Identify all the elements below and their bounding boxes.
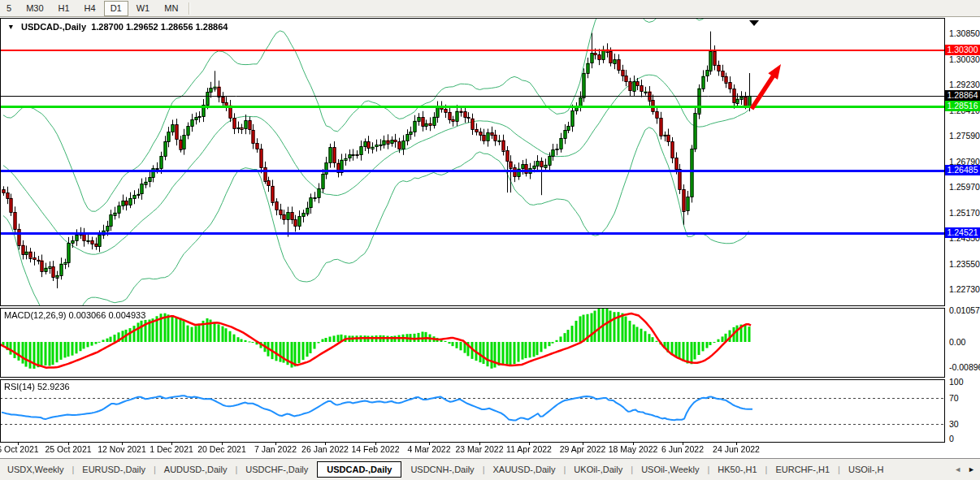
date-label: 6 Oct 2021 [0, 444, 39, 454]
date-label: 20 Dec 2021 [197, 444, 246, 454]
timeframe-button-h4[interactable]: H4 [78, 1, 102, 16]
tab-usdcnh-daily[interactable]: USDCNH-,Daily [403, 461, 481, 478]
date-label: 29 Apr 2022 [560, 444, 606, 454]
mt4-window: { "toolbar": { "timeframes": [ {"label":… [0, 0, 980, 480]
tab-usdx-weekly[interactable]: USDX,Weekly [0, 461, 71, 478]
tab-usdchf-daily[interactable]: USDCHF-,Daily [238, 461, 315, 478]
chart-canvas[interactable] [0, 0, 980, 480]
rsi-tick-label: 30 [949, 419, 959, 429]
price-tick-label: 1.27590 [949, 131, 980, 141]
date-label: 23 Mar 2022 [456, 444, 504, 454]
date-label: 18 May 2022 [609, 444, 658, 454]
rsi-tick-label: 0 [949, 434, 954, 443]
price-tick-label: 1.29230 [949, 80, 980, 89]
date-label: 26 Jan 2022 [301, 444, 349, 454]
price-tick-label: 1.25170 [949, 208, 980, 218]
macd-tick-label: -0.00896 [949, 362, 980, 372]
chart-symbol-label: USDCAD-,Daily [21, 22, 86, 32]
tab-audusd-daily[interactable]: AUDUSD-,Daily [157, 461, 235, 478]
tab-usoil-weekly[interactable]: USOil-,Weekly [634, 461, 706, 478]
timeframe-button-m30[interactable]: M30 [20, 1, 50, 16]
date-label: 24 Jun 2022 [713, 444, 760, 454]
chart-title: ▼ USDCAD-,Daily 1.28700 1.29652 1.28656 … [7, 22, 228, 32]
timeframe-button-w1[interactable]: W1 [130, 1, 157, 16]
timeframe-button-5[interactable]: 5 [0, 1, 18, 16]
tab-scroll-left-icon[interactable]: ◄ [954, 465, 961, 474]
price-level-badge: 1.24521 [945, 227, 980, 238]
tab-hk50-h1[interactable]: HK50-,H1 [710, 461, 764, 478]
price-level-badge: 1.28864 [945, 90, 980, 101]
price-tick-label: 1.23550 [949, 259, 980, 269]
rsi-tick-label: 70 [949, 393, 959, 403]
chart-ohlc-values: 1.28700 1.29652 1.28656 1.28864 [91, 22, 228, 32]
rsi-indicator-label: RSI(14) 52.9236 [4, 382, 70, 391]
price-tick-label: 1.25970 [949, 182, 980, 192]
price-axis[interactable]: 1.308501.300301.292301.284101.275901.267… [945, 17, 980, 458]
date-label: 14 Feb 2022 [352, 444, 400, 454]
tab-xauusd-daily[interactable]: XAUUSD-,Daily [485, 461, 562, 478]
price-level-badge: 1.28516 [945, 101, 980, 111]
tab-scroll-controls: ◄► [951, 459, 978, 480]
tab-ukoil-daily[interactable]: UKOil-,Daily [566, 461, 630, 478]
macd-indicator-label: MACD(12,26,9) 0.003066 0.004933 [4, 310, 145, 320]
symbol-tabbar: USDX,Weekly|EURUSD-,Daily|AUDUSD-,Daily|… [0, 458, 980, 480]
symbol-dropdown-icon[interactable]: ▼ [7, 23, 15, 31]
price-level-badge: 1.30300 [945, 45, 980, 55]
timeframe-button-mn[interactable]: MN [158, 1, 184, 16]
tab-usdcad-daily[interactable]: USDCAD-,Daily [317, 461, 401, 478]
macd-tick-label: 0.010578 [949, 305, 980, 315]
tab-scroll-right-icon[interactable]: ► [968, 465, 975, 474]
tab-usoil-h[interactable]: USOil-,H [841, 461, 891, 478]
date-label: 1 Dec 2021 [150, 444, 193, 454]
timeframe-button-h1[interactable]: H1 [52, 1, 76, 16]
timeframe-button-d1[interactable]: D1 [104, 1, 128, 16]
price-tick-label: 1.30030 [949, 54, 980, 64]
price-tick-label: 1.30850 [949, 28, 980, 38]
date-label: 11 Apr 2022 [506, 444, 552, 454]
timeframe-toolbar: 5M30H1H4D1W1MN [0, 0, 980, 17]
macd-tick-label: 0.00 [949, 337, 965, 347]
date-label: 4 Mar 2022 [407, 444, 450, 454]
tab-eurusd-daily[interactable]: EURUSD-,Daily [75, 461, 153, 478]
tab-eurchf-h1[interactable]: EURCHF-,H1 [768, 461, 837, 478]
toolbar-separator [189, 2, 190, 15]
price-tick-label: 1.22730 [949, 284, 980, 294]
rsi-tick-label: 100 [949, 377, 964, 387]
date-label: 12 Nov 2021 [98, 444, 146, 454]
date-label: 7 Jan 2022 [254, 444, 297, 454]
date-label: 25 Oct 2021 [45, 444, 91, 454]
price-level-badge: 1.26485 [945, 165, 980, 175]
date-label: 6 Jun 2022 [661, 444, 704, 454]
